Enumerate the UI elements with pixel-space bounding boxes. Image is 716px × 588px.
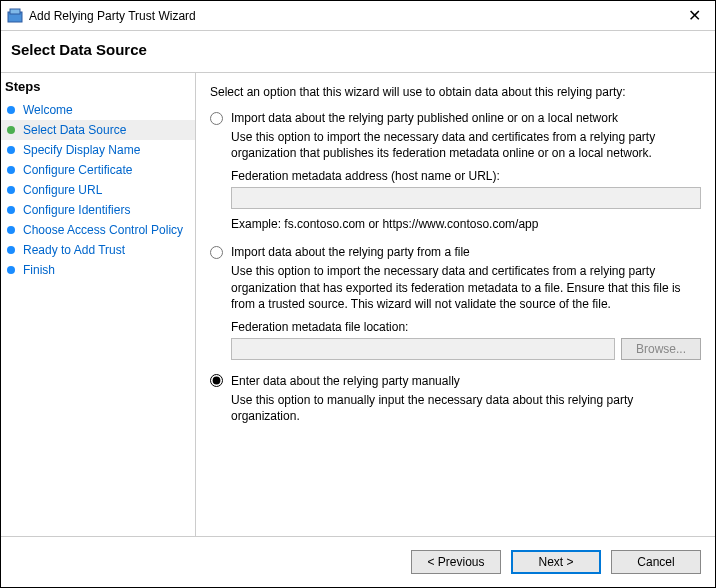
- app-icon: [7, 8, 23, 24]
- step-label: Configure URL: [23, 183, 102, 197]
- titlebar: Add Relying Party Trust Wizard ✕: [1, 1, 715, 31]
- step-label: Choose Access Control Policy: [23, 223, 183, 237]
- bullet-icon: [7, 266, 15, 274]
- step-label: Welcome: [23, 103, 73, 117]
- step-select-data-source[interactable]: Select Data Source: [1, 120, 195, 140]
- browse-button[interactable]: Browse...: [621, 338, 701, 360]
- svg-rect-1: [10, 9, 20, 14]
- bullet-icon: [7, 106, 15, 114]
- main-panel: Select an option that this wizard will u…: [196, 73, 715, 536]
- metadata-address-example: Example: fs.contoso.com or https://www.c…: [231, 217, 701, 231]
- radio-import-file[interactable]: [210, 246, 223, 259]
- steps-sidebar: Steps Welcome Select Data Source Specify…: [1, 73, 196, 536]
- next-button[interactable]: Next >: [511, 550, 601, 574]
- page-title: Select Data Source: [1, 31, 715, 72]
- bullet-icon: [7, 246, 15, 254]
- step-welcome[interactable]: Welcome: [1, 100, 195, 120]
- bullet-icon: [7, 166, 15, 174]
- steps-heading: Steps: [1, 77, 195, 100]
- metadata-address-label: Federation metadata address (host name o…: [231, 169, 701, 183]
- step-label: Finish: [23, 263, 55, 277]
- option-label: Enter data about the relying party manua…: [231, 374, 460, 388]
- option-description: Use this option to manually input the ne…: [231, 392, 701, 424]
- step-configure-identifiers[interactable]: Configure Identifiers: [1, 200, 195, 220]
- metadata-file-input[interactable]: [231, 338, 615, 360]
- step-label: Select Data Source: [23, 123, 126, 137]
- step-configure-url[interactable]: Configure URL: [1, 180, 195, 200]
- bullet-icon: [7, 226, 15, 234]
- bullet-icon: [7, 146, 15, 154]
- option-manual: Enter data about the relying party manua…: [210, 374, 701, 424]
- radio-import-online[interactable]: [210, 112, 223, 125]
- metadata-file-label: Federation metadata file location:: [231, 320, 701, 334]
- window-title: Add Relying Party Trust Wizard: [29, 9, 680, 23]
- step-label: Configure Identifiers: [23, 203, 130, 217]
- step-label: Ready to Add Trust: [23, 243, 125, 257]
- footer: < Previous Next > Cancel: [1, 536, 715, 586]
- option-description: Use this option to import the necessary …: [231, 129, 701, 161]
- step-choose-access-control[interactable]: Choose Access Control Policy: [1, 220, 195, 240]
- step-specify-display-name[interactable]: Specify Display Name: [1, 140, 195, 160]
- option-label: Import data about the relying party publ…: [231, 111, 618, 125]
- intro-text: Select an option that this wizard will u…: [210, 85, 701, 99]
- radio-manual[interactable]: [210, 374, 223, 387]
- step-label: Configure Certificate: [23, 163, 132, 177]
- step-finish[interactable]: Finish: [1, 260, 195, 280]
- option-import-online: Import data about the relying party publ…: [210, 111, 701, 231]
- step-label: Specify Display Name: [23, 143, 140, 157]
- option-description: Use this option to import the necessary …: [231, 263, 701, 312]
- bullet-icon: [7, 186, 15, 194]
- cancel-button[interactable]: Cancel: [611, 550, 701, 574]
- step-configure-certificate[interactable]: Configure Certificate: [1, 160, 195, 180]
- step-ready-to-add[interactable]: Ready to Add Trust: [1, 240, 195, 260]
- previous-button[interactable]: < Previous: [411, 550, 501, 574]
- bullet-icon: [7, 206, 15, 214]
- metadata-address-input[interactable]: [231, 187, 701, 209]
- option-import-file: Import data about the relying party from…: [210, 245, 701, 360]
- option-label: Import data about the relying party from…: [231, 245, 470, 259]
- bullet-icon: [7, 126, 15, 134]
- close-icon[interactable]: ✕: [680, 8, 709, 24]
